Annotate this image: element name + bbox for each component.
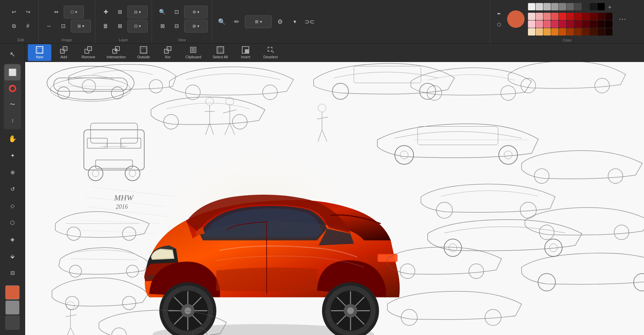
eraser-tool[interactable]: ◇ [4, 198, 20, 214]
new-selection-button[interactable]: New [28, 44, 51, 61]
image-arrange-button[interactable]: ⬡ ▾ [64, 6, 84, 18]
undo-button[interactable]: ↩ [7, 6, 20, 18]
color-crimson3[interactable] [567, 20, 574, 28]
zoom-box-button[interactable]: ⊟ [170, 20, 183, 32]
secondary-color-swatch[interactable] [5, 300, 19, 315]
color-orange4[interactable] [551, 28, 558, 36]
rect-select-tool[interactable]: ⬜ [4, 64, 20, 80]
add-selection-button[interactable]: Add [52, 44, 75, 61]
color-red9[interactable] [590, 13, 597, 20]
color-crimson5[interactable] [582, 20, 589, 28]
connect-button[interactable]: ⊃⊂ [303, 15, 316, 28]
color-red1[interactable] [528, 13, 535, 20]
arrange-button[interactable]: ⊡ ▾ [127, 20, 148, 32]
fit-button[interactable]: ⊡ [170, 6, 183, 18]
redo-button[interactable]: ↪ [21, 6, 34, 18]
color-red6[interactable] [567, 13, 574, 20]
settings-dropdown-button[interactable]: ▾ [288, 15, 301, 28]
select-all-button[interactable]: Select All [207, 44, 233, 61]
color-brown5[interactable] [597, 28, 605, 36]
palette-button[interactable]: ⬡ [494, 20, 504, 29]
color-pink1[interactable] [528, 20, 535, 28]
color-red10[interactable] [597, 13, 605, 20]
outside-selection-button[interactable]: Outside [132, 44, 155, 61]
crop-button[interactable]: ⊡ [57, 20, 69, 32]
search-tool-button[interactable]: 🔍 [215, 15, 228, 28]
color-gray2[interactable] [543, 3, 551, 10]
hand-tool[interactable]: ✋ [4, 131, 20, 147]
grid-button[interactable]: # [21, 20, 34, 32]
color-gray8[interactable] [590, 3, 597, 10]
color-white[interactable] [528, 3, 535, 10]
color-gray7[interactable] [582, 3, 589, 10]
color-black[interactable] [597, 3, 605, 10]
invert-selection-button[interactable]: Invert [234, 44, 257, 61]
xor-selection-button[interactable]: Xor [156, 44, 179, 61]
stamp-button[interactable]: ⧉ [7, 20, 20, 32]
remove-selection-button[interactable]: Remove [76, 44, 101, 61]
zoom-out-button[interactable]: 🔍 [156, 6, 169, 18]
zoom-level-button[interactable]: ⚙ ▾ [184, 6, 208, 18]
color-brown1[interactable] [567, 28, 574, 36]
layer-mgr-button[interactable]: ⊞ [113, 6, 126, 18]
color-red4[interactable] [551, 13, 558, 20]
magic-wand-tool[interactable]: ✦ [4, 147, 20, 163]
canvas-area[interactable]: MHW 2016 [25, 62, 644, 335]
add-layer-button[interactable]: ✚ [99, 6, 112, 18]
color-red7[interactable] [574, 13, 582, 20]
color-brown4[interactable] [590, 28, 597, 36]
color-brown2[interactable] [574, 28, 582, 36]
blend-mode-button[interactable]: ⊟ ▾ [127, 6, 148, 18]
zoom-tool[interactable]: ⊕ [4, 164, 20, 180]
tertiary-color-swatch[interactable] [5, 316, 19, 330]
grid-view-button[interactable]: ⊞ ▾ [184, 20, 208, 32]
current-color-swatch[interactable] [507, 10, 525, 28]
color-orange1[interactable] [528, 28, 535, 36]
color-crimson4[interactable] [574, 20, 582, 28]
color-pink3[interactable] [543, 20, 551, 28]
layer-style-button[interactable]: ⊠ [113, 20, 126, 32]
color-gray5[interactable] [567, 3, 574, 10]
lasso-tool[interactable]: 〜 [4, 96, 20, 113]
pen-tool-button[interactable]: ✏ [230, 15, 243, 28]
image-blend-button[interactable]: ⊞ ▾ [71, 20, 91, 32]
color-red2[interactable] [536, 13, 543, 20]
color-gray4[interactable] [559, 3, 566, 10]
color-gray1[interactable] [536, 3, 543, 10]
color-red5[interactable] [559, 13, 566, 20]
color-gray6[interactable] [574, 3, 582, 10]
layers-tool[interactable]: ⊟ [4, 265, 20, 281]
delete-layer-button[interactable]: 🗑 [99, 20, 112, 32]
color-crimson2[interactable] [559, 20, 566, 28]
fill-tool[interactable]: ⬡ [4, 214, 20, 230]
color-red11[interactable] [605, 13, 612, 20]
intersection-selection-button[interactable]: Intersection [101, 44, 131, 61]
eyedropper-tool-button[interactable]: ✒ [494, 9, 504, 18]
image-transform-button[interactable]: ⇔ [50, 6, 62, 18]
fit-width-button[interactable]: ⊠ [156, 20, 169, 32]
color-red3[interactable] [543, 13, 551, 20]
color-orange5[interactable] [559, 28, 566, 36]
color-crimson7[interactable] [597, 20, 605, 28]
color-crimson1[interactable] [551, 20, 558, 28]
color-crimson6[interactable] [590, 20, 597, 28]
primary-color-swatch[interactable] [5, 285, 19, 299]
palette-more-button[interactable]: ⋯ [618, 14, 627, 24]
eyedropper-tool[interactable]: ⬙ [4, 248, 20, 264]
settings-button[interactable]: ⚙ [274, 15, 286, 28]
gradient-tool[interactable]: ◈ [4, 231, 20, 247]
history-brush-tool[interactable]: ↺ [4, 181, 20, 197]
color-crimson8[interactable] [605, 20, 612, 28]
color-red8[interactable] [582, 13, 589, 20]
poly-lasso-tool[interactable]: ⟟ [4, 113, 20, 129]
color-pink2[interactable] [536, 20, 543, 28]
color-brown3[interactable] [582, 28, 589, 36]
flip-h-button[interactable]: ↔ [43, 20, 55, 32]
color-gray3[interactable] [551, 3, 558, 10]
select-arrow-tool[interactable]: ↖ [4, 46, 20, 62]
ellipse-select-tool[interactable]: ⭕ [4, 80, 20, 96]
color-orange3[interactable] [543, 28, 551, 36]
clipboard-selection-button[interactable]: Clipboard [180, 44, 207, 61]
more-colors-button[interactable]: + [605, 3, 614, 12]
deselect-button[interactable]: ↘ Deselect [258, 44, 283, 61]
